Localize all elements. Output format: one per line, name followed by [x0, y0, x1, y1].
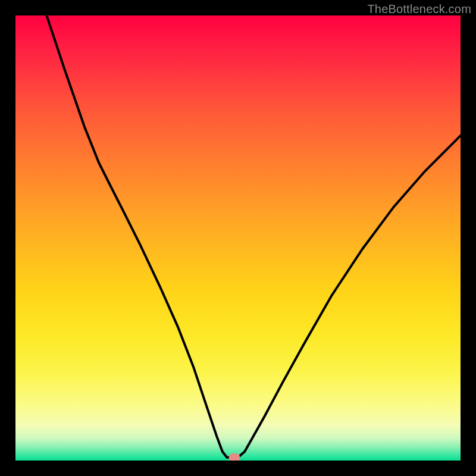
plot-area [15, 15, 461, 461]
curve-path [46, 15, 461, 458]
chart-frame: TheBottleneck.com [0, 0, 476, 476]
optimal-point-marker [229, 453, 240, 461]
watermark-text: TheBottleneck.com [367, 2, 471, 16]
bottleneck-curve [15, 15, 461, 461]
